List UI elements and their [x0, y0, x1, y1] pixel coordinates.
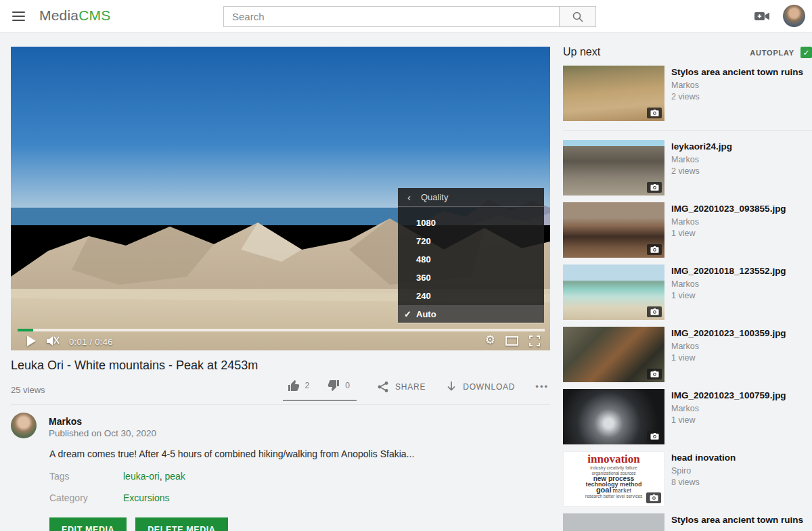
dislike-count: 0	[345, 381, 350, 390]
edit-media-button[interactable]: EDIT MEDIA	[49, 517, 127, 531]
item-author: Markos	[671, 342, 786, 351]
item-views: 1 view	[671, 353, 786, 363]
share-button[interactable]: SHARE	[377, 381, 426, 393]
item-author: Markos	[671, 217, 786, 227]
quality-option-auto[interactable]: ✓ Auto	[398, 305, 544, 324]
item-title: IMG_20201023_100759.jpg	[671, 390, 786, 401]
item-title: Stylos area ancient town ruins	[671, 514, 803, 526]
thumbnail-stylos-ruins-2[interactable]	[563, 513, 664, 531]
thumbnail-img-100759[interactable]	[563, 389, 664, 444]
quality-option-1080[interactable]: 1080	[398, 214, 544, 232]
up-next-item[interactable]: innovation industry creativity failure o…	[563, 451, 812, 507]
quality-menu-title: Quality	[421, 192, 448, 202]
rating-group: 2 0	[283, 379, 357, 401]
tag-link-leuka-ori[interactable]: leuka-ori	[123, 471, 160, 482]
secondary-actions: SHARE DOWNLOAD •••	[377, 381, 549, 400]
up-next-header: Up next AUTOPLAY ✓	[563, 41, 812, 66]
category-link-excursions[interactable]: Excursions	[123, 492, 169, 503]
item-title: Stylos area ancient town ruins	[671, 66, 803, 78]
item-title: leykaori24.jpg	[671, 141, 732, 152]
camera-icon	[650, 246, 659, 253]
progress-bar[interactable]	[18, 329, 545, 331]
thumbs-up-icon	[287, 379, 300, 392]
check-icon: ✓	[803, 48, 809, 57]
item-author: Markos	[671, 404, 786, 413]
item-views: 1 view	[671, 415, 786, 425]
item-views: 2 views	[671, 92, 803, 101]
uploader-name[interactable]: Markos	[49, 416, 82, 427]
thumbnail-img-093855[interactable]	[563, 202, 664, 258]
quality-options-list: 1080 720 480 360 240 ✓ Auto	[398, 207, 544, 324]
up-next-item[interactable]: IMG_20201023_100359.jpg Markos 1 view	[563, 327, 812, 382]
up-next-item[interactable]: leykaori24.jpg Markos 2 views	[563, 140, 812, 195]
up-next-sidebar: Up next AUTOPLAY ✓ Stylos area ancient t…	[563, 41, 812, 531]
item-author: Markos	[671, 80, 803, 90]
mediacms-logo[interactable]: MediaCMS	[39, 7, 110, 24]
item-author: Markos	[671, 155, 732, 164]
quality-option-720[interactable]: 720	[398, 232, 544, 250]
tag-link-peak[interactable]: peak	[164, 471, 185, 482]
upload-media-button[interactable]	[754, 11, 770, 24]
camera-icon	[650, 371, 659, 377]
thumbnail-head-inovation[interactable]: innovation industry creativity failure o…	[563, 451, 664, 507]
camera-icon	[650, 494, 658, 501]
up-next-item[interactable]: IMG_20201023_100759.jpg Markos 1 view	[563, 389, 812, 444]
quality-option-360[interactable]: 360	[398, 269, 544, 287]
item-title: IMG_20201023_100359.jpg	[671, 327, 786, 339]
tags-label: Tags	[49, 471, 70, 482]
search-bar	[223, 6, 596, 27]
user-avatar[interactable]	[783, 5, 805, 27]
search-input[interactable]	[223, 6, 560, 27]
search-button[interactable]	[560, 6, 596, 27]
fullscreen-icon	[529, 336, 540, 346]
theater-mode-button[interactable]	[505, 336, 518, 348]
item-title: IMG_20201018_123552.jpg	[671, 265, 786, 277]
up-next-item[interactable]: IMG_20201023_093855.jpg Markos 1 view	[563, 202, 812, 258]
quality-option-240[interactable]: 240	[398, 287, 544, 305]
thumbnail-img-100359[interactable]	[563, 327, 664, 382]
top-navigation-bar: MediaCMS	[0, 0, 812, 32]
volume-muted-icon	[46, 335, 60, 347]
quality-menu-back[interactable]: ‹ Quality	[398, 188, 544, 207]
download-button[interactable]: DOWNLOAD	[446, 381, 515, 392]
thumbnail-img-123552[interactable]	[563, 264, 664, 320]
video-add-icon	[754, 11, 770, 22]
delete-media-button[interactable]: DELETE MEDIA	[135, 517, 227, 531]
page-title: Leuka Ori - White mountains - Peak at 24…	[11, 359, 550, 373]
thumbnail-leykaori24[interactable]	[563, 140, 664, 195]
logo-text-cms: CMS	[78, 7, 110, 23]
gear-icon: ⚙	[485, 333, 495, 346]
video-player[interactable]: ‹ Quality 1080 720 480 360 240 ✓ Auto	[11, 47, 550, 350]
camera-icon	[650, 184, 659, 191]
category-label: Category	[49, 492, 88, 503]
more-options-button[interactable]: •••	[535, 382, 549, 392]
thumbnail-stylos-ruins[interactable]	[563, 66, 664, 121]
time-display: 0:01 / 0:46	[69, 337, 113, 347]
uploader-avatar[interactable]	[11, 413, 37, 438]
like-button[interactable]: 2	[287, 379, 310, 392]
action-buttons: 2 0 SHARE DOWNL	[283, 379, 549, 401]
progress-fill	[18, 329, 33, 331]
camera-icon	[650, 433, 659, 440]
publish-date: Published on Oct 30, 2020	[49, 428, 156, 438]
hamburger-menu-icon[interactable]	[12, 11, 25, 21]
play-button[interactable]	[26, 336, 36, 349]
up-next-item[interactable]: IMG_20201018_123552.jpg Markos 1 view	[563, 264, 812, 320]
settings-button[interactable]: ⚙	[485, 334, 495, 346]
mute-button[interactable]	[46, 335, 60, 350]
check-icon: ✓	[404, 305, 411, 324]
item-title: IMG_20201023_093855.jpg	[671, 203, 786, 214]
views-actions-row: 25 views 2 0 S	[11, 376, 550, 405]
list-divider	[563, 130, 812, 131]
up-next-item[interactable]: Stylos area ancient town ruins Markos 2 …	[563, 66, 812, 121]
autoplay-label: AUTOPLAY	[750, 49, 794, 57]
autoplay-checkbox[interactable]: ✓	[800, 47, 812, 58]
chevron-left-icon: ‹	[407, 191, 411, 203]
current-time: 0:01	[69, 337, 87, 347]
quality-menu: ‹ Quality 1080 720 480 360 240 ✓ Auto	[398, 188, 544, 323]
up-next-item[interactable]: Stylos area ancient town ruins	[563, 513, 812, 531]
fullscreen-button[interactable]	[529, 336, 540, 349]
quality-option-480[interactable]: 480	[398, 250, 544, 269]
item-views: 2 views	[671, 166, 732, 176]
dislike-button[interactable]: 0	[327, 379, 350, 392]
